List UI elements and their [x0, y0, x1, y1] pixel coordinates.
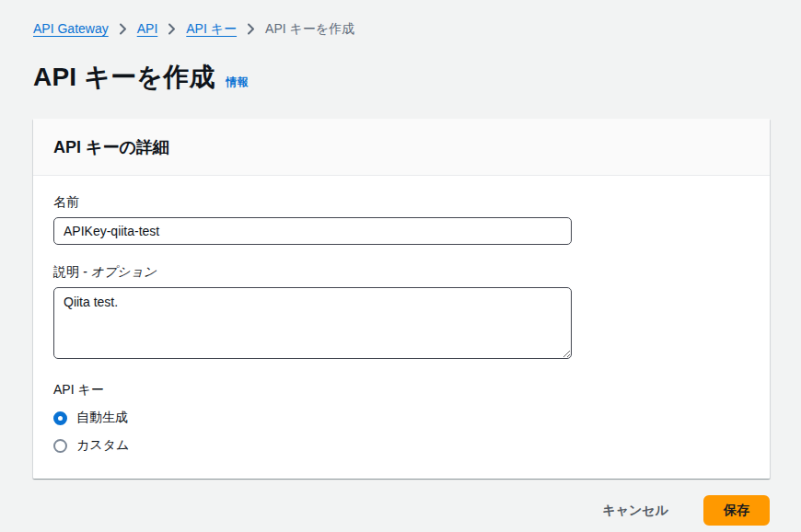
page-title: API キーを作成 [33, 60, 215, 95]
page: API Gateway API API キー API キーを作成 API キーを… [0, 0, 801, 526]
breadcrumb: API Gateway API API キー API キーを作成 [33, 20, 770, 37]
chevron-right-icon [117, 23, 129, 35]
radio-unselected-icon[interactable] [53, 439, 67, 453]
card-header: API キーの詳細 [33, 119, 770, 176]
radio-option-label: 自動生成 [76, 410, 128, 426]
chevron-right-icon [166, 23, 178, 35]
breadcrumb-current-page: API キーを作成 [265, 20, 354, 37]
breadcrumb-link-api-gateway[interactable]: API Gateway [33, 20, 109, 37]
save-button[interactable]: 保存 [703, 495, 770, 526]
chevron-right-icon [245, 23, 257, 35]
info-link[interactable]: 情報 [226, 75, 249, 90]
name-field: 名前 [53, 194, 751, 245]
breadcrumb-link-api[interactable]: API [137, 20, 158, 37]
description-label: 説明 - オプション [53, 264, 751, 281]
description-field: 説明 - オプション Qiita test. [53, 264, 751, 363]
breadcrumb-link-api-keys[interactable]: API キー [186, 20, 237, 37]
radio-selected-icon[interactable] [53, 411, 67, 425]
api-key-radio-group: API キー 自動生成 カスタム [53, 382, 751, 454]
form-actions: キャンセル 保存 [33, 495, 770, 526]
title-row: API キーを作成 情報 [33, 60, 770, 95]
api-key-details-card: API キーの詳細 名前 説明 - オプション Qiita test. API … [33, 119, 770, 479]
radio-option-auto-generate[interactable]: 自動生成 [53, 410, 751, 426]
api-key-group-label: API キー [53, 382, 751, 399]
radio-option-label: カスタム [76, 437, 129, 454]
cancel-button[interactable]: キャンセル [598, 497, 672, 525]
name-label: 名前 [53, 194, 751, 211]
name-input[interactable] [53, 217, 572, 245]
radio-option-custom[interactable]: カスタム [53, 437, 751, 454]
section-title: API キーの詳細 [53, 136, 751, 158]
description-textarea[interactable]: Qiita test. [53, 287, 572, 359]
card-body: 名前 説明 - オプション Qiita test. API キー 自動生成 カス… [33, 176, 770, 479]
